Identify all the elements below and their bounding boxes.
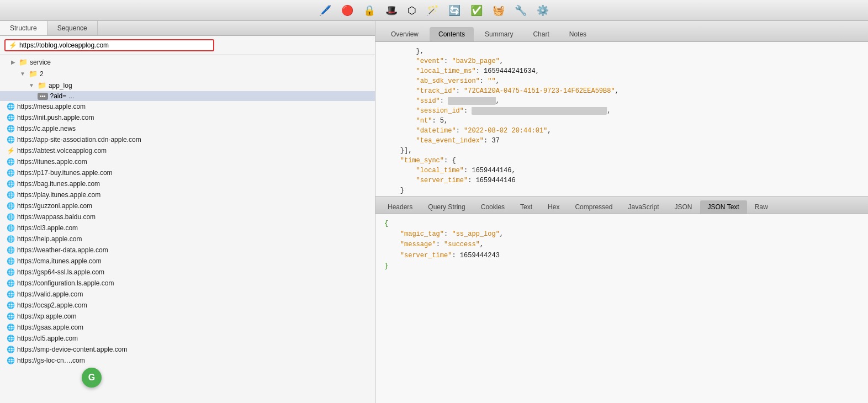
tab-javascript[interactable]: JavaScript xyxy=(620,200,666,214)
globe-icon: 🌐 xyxy=(7,114,15,121)
bottom-tab-bar: Headers Query String Cookies Text Hex Co… xyxy=(375,197,868,214)
right-top-tab-bar: Overview Contents Summary Chart Notes xyxy=(375,21,868,42)
grammarly-button[interactable]: G xyxy=(82,368,102,388)
tab-json-text[interactable]: JSON Text xyxy=(700,200,747,214)
list-item[interactable]: 🌐 https://mesu.apple.com xyxy=(0,101,375,112)
tab-query-string[interactable]: Query String xyxy=(420,200,473,214)
list-item[interactable]: 🌐 https://cl5.apple.com xyxy=(0,333,375,344)
tab-raw[interactable]: Raw xyxy=(747,200,776,214)
list-item[interactable]: 🌐 https://xp.apple.com xyxy=(0,311,375,322)
check-icon[interactable]: ✅ xyxy=(470,4,483,17)
tab-cookies[interactable]: Cookies xyxy=(473,200,512,214)
globe-icon: 🌐 xyxy=(7,169,15,177)
tab-text[interactable]: Text xyxy=(512,200,540,214)
collapse-icon: ▼ xyxy=(20,71,25,77)
list-item[interactable]: 🌐 https://weather-data.apple.com xyxy=(0,245,375,256)
tab-contents[interactable]: Contents xyxy=(430,27,474,41)
tree-item-label: https://abtest.volceapplog.com xyxy=(17,147,107,155)
list-item[interactable]: 🌐 https://wappass.baidu.com xyxy=(0,211,375,222)
globe-icon: 🌐 xyxy=(7,180,15,188)
tab-summary[interactable]: Summary xyxy=(476,27,522,41)
json-bottom-line: { xyxy=(384,219,859,229)
record-icon[interactable]: 🔴 xyxy=(341,4,353,17)
list-item[interactable]: 🌐 https://p17-buy.itunes.apple.com xyxy=(0,167,375,178)
tree-item-label: https://cl5.apple.com xyxy=(17,335,78,342)
list-item[interactable]: 🌐 https://gs-loc-cn….com xyxy=(0,355,375,366)
tree-item-query[interactable]: ••• ?aid= ... xyxy=(0,91,375,101)
lock-icon[interactable]: 🔒 xyxy=(363,4,375,17)
globe-icon: 🌐 xyxy=(7,346,15,353)
json-line: } xyxy=(384,195,859,197)
tab-json[interactable]: JSON xyxy=(667,200,700,214)
settings-icon[interactable]: ⚙️ xyxy=(537,4,549,17)
tree-item-label: https://c.apple.news xyxy=(17,125,76,132)
list-item[interactable]: 🌐 https://smp-device-content.apple.com xyxy=(0,344,375,355)
list-item[interactable]: 🌐 https://itunes.apple.com xyxy=(0,156,375,167)
globe-icon: 🌐 xyxy=(7,235,15,243)
dots-menu[interactable]: ... xyxy=(68,92,74,100)
list-item[interactable]: 🌐 https://guzzoni.apple.com xyxy=(0,200,375,211)
tree-item-label: https://help.apple.com xyxy=(17,235,82,243)
tree-item-app_log[interactable]: ▼ 📁 app_log xyxy=(0,79,375,91)
list-item[interactable]: 🌐 https://app-site-association.cdn-apple… xyxy=(0,134,375,145)
tree-item-label: 2 xyxy=(40,70,44,78)
tree-item-label: https://cma.itunes.apple.com xyxy=(17,257,102,265)
tree-item-label: https://p17-buy.itunes.apple.com xyxy=(17,169,113,177)
globe-icon: 🌐 xyxy=(7,191,15,199)
tree-item-2[interactable]: ▼ 📁 2 xyxy=(0,68,375,79)
tree-item-label: https://init.push.apple.com xyxy=(17,114,94,121)
pointer-icon[interactable]: 🖊️ xyxy=(319,4,331,17)
tab-chart[interactable]: Chart xyxy=(524,27,558,41)
hat-icon[interactable]: 🎩 xyxy=(385,4,398,17)
json-bottom-line: "message": "success", xyxy=(384,240,859,250)
json-line: "local_time": 1659444146, xyxy=(384,166,859,176)
list-item[interactable]: 🌐 https://init.push.apple.com xyxy=(0,112,375,123)
globe-icon: 🌐 xyxy=(7,213,15,221)
list-item[interactable]: 🌐 https://configuration.ls.apple.com xyxy=(0,278,375,289)
list-item[interactable]: 🌐 https://cl3.apple.com xyxy=(0,222,375,234)
json-line: "track_id": "72CA120A-0475-4151-9723-14F… xyxy=(384,86,859,96)
list-item[interactable]: 🌐 https://c.apple.news xyxy=(0,123,375,134)
list-item[interactable]: 🌐 https://ocsp2.apple.com xyxy=(0,300,375,311)
json-line: "session_id": ██████████████████████████… xyxy=(384,106,859,116)
globe-icon: 🌐 xyxy=(7,279,15,287)
tab-overview[interactable]: Overview xyxy=(382,27,427,41)
wrench-icon[interactable]: 🔧 xyxy=(515,4,527,17)
list-item[interactable]: 🌐 https://help.apple.com xyxy=(0,234,375,245)
tree-item-label: https://ocsp2.apple.com xyxy=(17,301,87,309)
basket-icon[interactable]: 🧺 xyxy=(493,4,505,17)
url-box: ⚡ https://toblog.volceapplog.com xyxy=(4,39,214,51)
tree-item-label: https://wappass.baidu.com xyxy=(17,213,96,221)
list-item[interactable]: 🌐 https://cma.itunes.apple.com xyxy=(0,256,375,267)
tree-item-label: https://cl3.apple.com xyxy=(17,224,78,232)
list-item[interactable]: 🌐 https://gsp64-ssl.ls.apple.com xyxy=(0,267,375,278)
collapse-icon: ▶ xyxy=(11,59,15,65)
json-line: }, xyxy=(384,46,859,56)
tree-item-label: https://weather-data.apple.com xyxy=(17,246,108,254)
toolbar: 🖊️ 🔴 🔒 🎩 ⬡ 🪄 🔄 ✅ 🧺 🔧 ⚙️ xyxy=(0,0,868,21)
list-item[interactable]: 🌐 https://gsas.apple.com xyxy=(0,322,375,333)
list-item[interactable]: 🌐 https://valid.apple.com xyxy=(0,289,375,300)
tab-hex[interactable]: Hex xyxy=(540,200,567,214)
tab-notes[interactable]: Notes xyxy=(560,27,595,41)
folder-icon: 📁 xyxy=(29,70,38,78)
list-item[interactable]: ⚡ https://abtest.volceapplog.com xyxy=(0,145,375,156)
tree-item-service[interactable]: ▶ 📁 service xyxy=(0,56,375,68)
json-line: "ssid": ████████████, xyxy=(384,96,859,106)
refresh-icon[interactable]: 🔄 xyxy=(448,4,461,17)
globe-icon: 🌐 xyxy=(7,224,15,232)
tab-headers[interactable]: Headers xyxy=(380,200,420,214)
list-item[interactable]: 🌐 https://play.itunes.apple.com xyxy=(0,189,375,200)
tab-compressed[interactable]: Compressed xyxy=(567,200,620,214)
list-item[interactable]: 🌐 https://bag.itunes.apple.com xyxy=(0,178,375,189)
hexagon-icon[interactable]: ⬡ xyxy=(407,4,416,17)
globe-icon: 🌐 xyxy=(7,268,15,276)
query-item-label: ?aid= xyxy=(50,92,67,100)
tab-sequence[interactable]: Sequence xyxy=(47,21,98,35)
wand-icon[interactable]: 🪄 xyxy=(426,4,438,17)
globe-icon: 🌐 xyxy=(7,202,15,210)
json-bottom-line: "server_time": 1659444243 xyxy=(384,251,859,261)
tab-structure[interactable]: Structure xyxy=(0,21,47,35)
globe-icon: 🌐 xyxy=(7,246,15,254)
json-line: "tea_event_index": 37 xyxy=(384,136,859,146)
